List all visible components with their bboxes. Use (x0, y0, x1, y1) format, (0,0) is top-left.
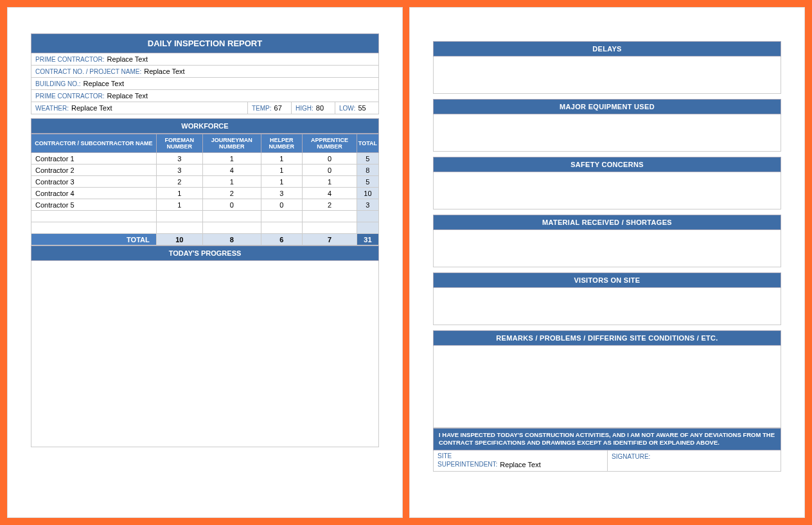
page-1: DAILY INSPECTION REPORT PRIME CONTRACTOR… (8, 8, 402, 517)
equipment-header: MAJOR EQUIPMENT USED (433, 99, 781, 114)
low-label: LOW: (339, 105, 355, 112)
cell-journeyman[interactable]: 2 (202, 188, 261, 199)
grand-total: 31 (357, 234, 378, 245)
cell-helper[interactable]: 0 (261, 199, 303, 211)
high-label: HIGH: (296, 105, 313, 112)
cell-total: 10 (357, 188, 378, 199)
temp-value[interactable]: 67 (274, 104, 282, 112)
total-apprentice: 7 (303, 234, 357, 245)
field-contract: CONTRACT NO. / PROJECT NAME: Replace Tex… (31, 66, 379, 78)
super-label: SUPERINTENDENT: (437, 461, 497, 468)
signature-row: SITE SUPERINTENDENT: Replace Text SIGNAT… (433, 450, 781, 472)
visitors-header: VISITORS ON SITE (433, 272, 781, 288)
delays-box[interactable] (433, 57, 781, 94)
equipment-box[interactable] (433, 114, 781, 152)
safety-header: SAFETY CONCERNS (433, 157, 781, 172)
workforce-table: CONTRACTOR / SUBCONTRACTOR NAME FOREMAN … (31, 134, 379, 245)
total-label: TOTAL (31, 234, 157, 245)
cell-helper[interactable]: 1 (261, 153, 303, 165)
cell-total: 5 (357, 176, 378, 188)
prime-contractor-label: PRIME CONTRACTOR: (35, 56, 105, 63)
material-box[interactable] (433, 230, 781, 267)
cell-helper[interactable]: 1 (261, 176, 303, 188)
high-cell: HIGH: 80 (291, 102, 335, 114)
cell-helper[interactable]: 3 (261, 188, 303, 199)
total-row: TOTAL 10 8 6 7 31 (31, 234, 379, 245)
weather-row: WEATHER: Replace Text TEMP: 67 HIGH: 80 … (31, 102, 379, 114)
prime-contractor-value[interactable]: Replace Text (107, 55, 148, 63)
page-2: DELAYS MAJOR EQUIPMENT USED SAFETY CONCE… (410, 8, 804, 517)
site-label: SITE (437, 452, 603, 459)
weather-cell: WEATHER: Replace Text (31, 102, 247, 114)
prime-contractor2-value[interactable]: Replace Text (107, 92, 148, 100)
table-row: Contractor 1 3 1 1 0 5 (31, 153, 379, 165)
temp-cell: TEMP: 67 (247, 102, 291, 114)
cell-name[interactable]: Contractor 5 (31, 199, 157, 211)
cell-helper[interactable]: 1 (261, 165, 303, 176)
signature-label: SIGNATURE: (612, 453, 650, 460)
high-value[interactable]: 80 (316, 104, 324, 112)
cell-journeyman[interactable]: 1 (202, 153, 261, 165)
workforce-header: WORKFORCE (31, 118, 379, 134)
cell-foreman[interactable]: 3 (156, 165, 202, 176)
weather-label: WEATHER: (35, 105, 69, 112)
table-row-empty (31, 211, 379, 222)
cell-total: 3 (357, 199, 378, 211)
cell-apprentice[interactable]: 0 (303, 153, 357, 165)
low-value[interactable]: 55 (358, 104, 366, 112)
cell-total: 5 (357, 153, 378, 165)
certification-text: I HAVE INSPECTED TODAY'S CONSTRUCTION AC… (433, 428, 781, 450)
workforce-header-row: CONTRACTOR / SUBCONTRACTOR NAME FOREMAN … (31, 134, 379, 153)
col-journeyman: JOURNEYMAN NUMBER (202, 134, 261, 153)
low-cell: LOW: 55 (335, 102, 378, 114)
signature-cell[interactable]: SIGNATURE: (607, 450, 781, 471)
remarks-box[interactable] (433, 346, 781, 428)
progress-header: TODAY'S PROGRESS (31, 245, 379, 261)
prime-contractor2-label: PRIME CONTRACTOR: (35, 93, 105, 100)
cell-name[interactable]: Contractor 4 (31, 188, 157, 199)
col-helper: HELPER NUMBER (261, 134, 303, 153)
cell-name[interactable]: Contractor 2 (31, 165, 157, 176)
table-row: Contractor 2 3 4 1 0 8 (31, 165, 379, 176)
progress-box[interactable] (31, 261, 379, 447)
cell-name[interactable]: Contractor 1 (31, 153, 157, 165)
col-total: TOTAL (357, 134, 378, 153)
total-journeyman: 8 (202, 234, 261, 245)
super-value[interactable]: Replace Text (500, 461, 540, 468)
superintendent-cell: SITE SUPERINTENDENT: Replace Text (434, 450, 607, 471)
cell-apprentice[interactable]: 0 (303, 165, 357, 176)
contract-label: CONTRACT NO. / PROJECT NAME: (35, 68, 141, 75)
col-apprentice: APPRENTICE NUMBER (303, 134, 357, 153)
visitors-box[interactable] (433, 288, 781, 325)
cell-apprentice[interactable]: 2 (303, 199, 357, 211)
delays-header: DELAYS (433, 41, 781, 57)
temp-label: TEMP: (252, 105, 272, 112)
safety-box[interactable] (433, 172, 781, 209)
cell-foreman[interactable]: 1 (156, 188, 202, 199)
cell-apprentice[interactable]: 4 (303, 188, 357, 199)
table-row: Contractor 3 2 1 1 1 5 (31, 176, 379, 188)
cell-journeyman[interactable]: 0 (202, 199, 261, 211)
field-prime-contractor-2: PRIME CONTRACTOR: Replace Text (31, 90, 379, 102)
building-value[interactable]: Replace Text (84, 80, 124, 87)
cell-foreman[interactable]: 1 (156, 199, 202, 211)
cell-foreman[interactable]: 3 (156, 153, 202, 165)
cell-apprentice[interactable]: 1 (303, 176, 357, 188)
field-prime-contractor: PRIME CONTRACTOR: Replace Text (31, 53, 379, 66)
weather-value[interactable]: Replace Text (71, 104, 112, 112)
cell-name[interactable]: Contractor 3 (31, 176, 157, 188)
material-header: MATERIAL RECEIVED / SHORTAGES (433, 215, 781, 230)
table-row: Contractor 4 1 2 3 4 10 (31, 188, 379, 199)
remarks-header: REMARKS / PROBLEMS / DIFFERING SITE COND… (433, 330, 781, 346)
cell-foreman[interactable]: 2 (156, 176, 202, 188)
contract-value[interactable]: Replace Text (144, 67, 184, 75)
col-name: CONTRACTOR / SUBCONTRACTOR NAME (31, 134, 157, 153)
table-row: Contractor 5 1 0 0 2 3 (31, 199, 379, 211)
table-row-empty (31, 222, 379, 234)
building-label: BUILDING NO.: (35, 80, 81, 87)
col-foreman: FOREMAN NUMBER (156, 134, 202, 153)
cell-journeyman[interactable]: 4 (202, 165, 261, 176)
report-title: DAILY INSPECTION REPORT (31, 33, 379, 53)
cell-journeyman[interactable]: 1 (202, 176, 261, 188)
total-foreman: 10 (156, 234, 202, 245)
